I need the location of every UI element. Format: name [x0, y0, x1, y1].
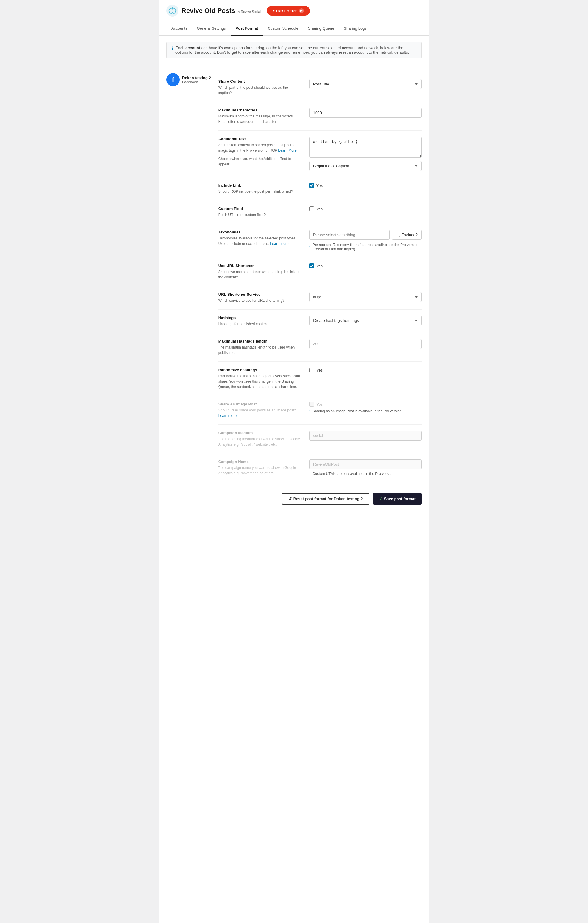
setting-row-campaign-name: Campaign Name The campaign name you want… — [218, 453, 421, 482]
share-as-image-learn-more[interactable]: Learn more — [218, 414, 236, 418]
taxonomies-controls: Exclude? — [309, 230, 421, 240]
setting-row-share-content: Share Content Which part of the post sho… — [218, 73, 421, 102]
max-chars-title: Maximum Characters — [218, 108, 302, 112]
share-content-title: Share Content — [218, 79, 302, 84]
account-network: Facebook — [182, 80, 211, 84]
additional-text-position-desc: Choose where you want the Additional Tex… — [218, 156, 302, 167]
info-banner: ℹ Each account can have it's own options… — [167, 42, 421, 58]
start-here-button[interactable]: START HERE ▶ — [267, 6, 310, 16]
max-hashtags-desc: The maximum hashtags length to be used w… — [218, 345, 302, 355]
setting-row-custom-field: Custom Field Fetch URL from custom field… — [218, 200, 421, 224]
setting-row-additional-text: Additional Text Add custom content to sh… — [218, 131, 421, 177]
url-shortener-desc: Should we use a shortener when adding th… — [218, 269, 302, 280]
account-sidebar: f Dokan testing 2 Facebook — [167, 73, 211, 482]
setting-row-include-link: Include Link Should ROP include the post… — [218, 177, 421, 200]
exclude-checkbox[interactable] — [396, 233, 400, 237]
randomize-hashtags-label[interactable]: Yes — [316, 368, 323, 373]
tab-custom-schedule[interactable]: Custom Schedule — [263, 22, 303, 36]
tab-accounts[interactable]: Accounts — [167, 22, 192, 36]
additional-text-position-select[interactable]: Beginning of Caption End of Caption — [309, 161, 421, 171]
info-text: Each account can have it's own options f… — [175, 46, 416, 54]
reset-button-label: Reset post format for Dokan testing 2 — [293, 496, 363, 501]
url-shortener-label[interactable]: Yes — [316, 264, 323, 268]
hashtags-desc: Hashtags for published content. — [218, 321, 302, 327]
tab-sharing-logs[interactable]: Sharing Logs — [339, 22, 372, 36]
account-section: f Dokan testing 2 Facebook Share Content… — [167, 66, 421, 482]
nav-tabs: Accounts General Settings Post Format Cu… — [159, 22, 429, 36]
custom-field-desc: Fetch URL from custom field? — [218, 212, 302, 218]
additional-text-title: Additional Text — [218, 137, 302, 141]
campaign-name-title: Campaign Name — [218, 460, 302, 464]
info-icon-campaign: ℹ — [309, 472, 311, 476]
share-as-image-desc: Should ROP share your posts as an image … — [218, 407, 302, 418]
setting-row-max-chars: Maximum Characters Maximum length of the… — [218, 102, 421, 131]
share-content-desc: Which part of the post should we use as … — [218, 85, 302, 95]
setting-row-max-hashtags: Maximum Hashtags length The maximum hash… — [218, 333, 421, 362]
logo-by: by Revive.Social — [236, 10, 261, 13]
hashtags-select[interactable]: Create hashtags from tags No hashtags Cr… — [309, 315, 421, 325]
custom-field-label[interactable]: Yes — [316, 207, 323, 211]
setting-row-share-as-image: Share As Image Post Should ROP share you… — [218, 396, 421, 425]
taxonomies-learn-more[interactable]: Learn more — [270, 241, 288, 246]
share-content-select[interactable]: Post Title Post Content Post Excerpt — [309, 79, 421, 89]
taxonomy-input[interactable] — [309, 230, 390, 240]
additional-text-learn-more[interactable]: Learn More — [278, 148, 296, 153]
reset-icon: ↺ — [288, 496, 292, 501]
additional-text-desc: Add custom content to shared posts. It s… — [218, 142, 302, 153]
setting-row-hashtags: Hashtags Hashtags for published content.… — [218, 310, 421, 333]
content-area: ℹ Each account can have it's own options… — [159, 36, 429, 488]
save-button[interactable]: ✓ Save post format — [373, 493, 421, 505]
tab-post-format[interactable]: Post Format — [231, 22, 263, 36]
max-hashtags-title: Maximum Hashtags length — [218, 339, 302, 343]
additional-text-textarea[interactable]: written by {author} — [309, 137, 421, 158]
include-link-label[interactable]: Yes — [316, 183, 323, 188]
reset-button[interactable]: ↺ Reset post format for Dokan testing 2 — [282, 493, 369, 505]
share-as-image-label[interactable]: Yes — [316, 402, 323, 407]
footer-actions: ↺ Reset post format for Dokan testing 2 … — [159, 488, 429, 509]
campaign-medium-desc: The marketing medium you want to show in… — [218, 436, 302, 447]
check-icon: ✓ — [379, 496, 382, 501]
exclude-button[interactable]: Exclude? — [392, 230, 421, 240]
settings-grid: Share Content Which part of the post sho… — [218, 73, 421, 482]
share-as-image-checkbox[interactable] — [309, 402, 314, 407]
svg-point-1 — [172, 8, 174, 9]
account-badge: f Dokan testing 2 Facebook — [167, 73, 211, 86]
url-shortener-service-desc: Which service to use for URL shortening? — [218, 298, 302, 303]
randomize-hashtags-desc: Randomize the list of hashtags on every … — [218, 373, 302, 389]
include-link-checkbox[interactable] — [309, 183, 314, 188]
arrow-icon: ▶ — [299, 8, 304, 13]
share-as-image-pro-notice: ℹ Sharing as an Image Post is available … — [309, 409, 421, 413]
info-icon-share-image: ℹ — [309, 409, 311, 413]
randomize-hashtags-title: Randomize hashtags — [218, 368, 302, 372]
info-icon-taxonomies: ℹ — [309, 245, 311, 249]
campaign-medium-title: Campaign Medium — [218, 430, 302, 435]
logo-title: Revive Old Posts — [182, 7, 235, 15]
logo-icon — [167, 5, 179, 17]
randomize-hashtags-checkbox[interactable] — [309, 368, 314, 373]
max-chars-desc: Maximum length of the message, in charac… — [218, 113, 302, 124]
url-shortener-checkbox-row: Yes — [309, 263, 421, 268]
custom-field-checkbox-row: Yes — [309, 207, 421, 211]
include-link-desc: Should ROP include the post permalink or… — [218, 189, 302, 194]
url-shortener-checkbox[interactable] — [309, 263, 314, 268]
campaign-medium-input[interactable] — [309, 430, 421, 440]
tab-general-settings[interactable]: General Settings — [192, 22, 231, 36]
url-shortener-service-select[interactable]: is.gd bit.ly ow.ly — [309, 292, 421, 302]
share-as-image-title: Share As Image Post — [218, 402, 302, 406]
include-link-checkbox-row: Yes — [309, 183, 421, 188]
max-chars-input[interactable] — [309, 108, 421, 118]
header: Revive Old Posts by Revive.Social START … — [159, 0, 429, 22]
info-icon: ℹ — [172, 46, 173, 51]
campaign-name-input[interactable] — [309, 460, 421, 469]
tab-sharing-queue[interactable]: Sharing Queue — [303, 22, 339, 36]
custom-field-title: Custom Field — [218, 207, 302, 211]
taxonomies-title: Taxonomies — [218, 230, 302, 234]
avatar: f — [167, 73, 180, 86]
custom-field-checkbox[interactable] — [309, 207, 314, 211]
taxonomies-desc: Taxonomies available for the selected po… — [218, 236, 302, 246]
campaign-name-desc: The campaign name you want to show in Go… — [218, 465, 302, 476]
setting-row-campaign-medium: Campaign Medium The marketing medium you… — [218, 425, 421, 453]
include-link-title: Include Link — [218, 183, 302, 187]
setting-row-taxonomies: Taxonomies Taxonomies available for the … — [218, 224, 421, 258]
max-hashtags-input[interactable] — [309, 339, 421, 349]
